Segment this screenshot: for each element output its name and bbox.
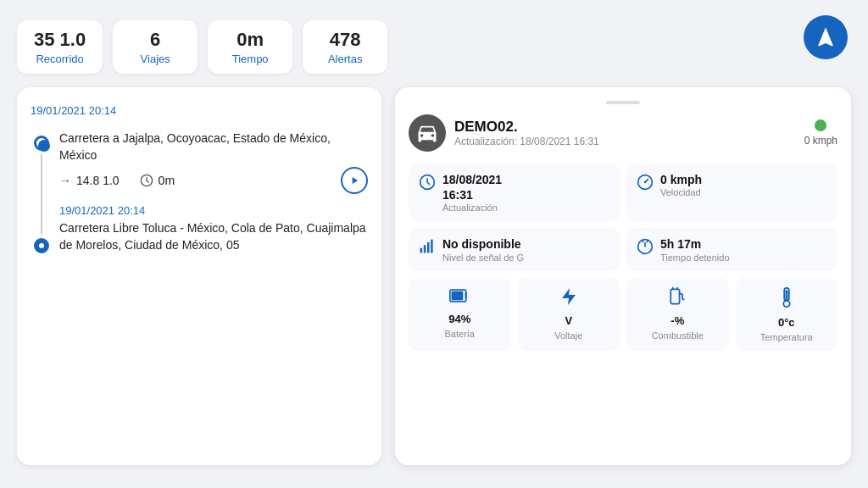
actualizacion-content: 18/08/202116:31 Actualización (442, 172, 502, 213)
vehicle-header: DEMO02. Actualización: 18/08/2021 16:31 … (409, 114, 837, 152)
trip-time-value: 0m (159, 174, 175, 187)
navigation-icon (814, 25, 837, 49)
bottom-stats-grid: 94% Batería V Voltaje (409, 278, 837, 351)
arrow-icon: → (59, 174, 71, 187)
stat-label-tiempo: Tiempo (232, 53, 269, 65)
svg-rect-6 (427, 242, 430, 253)
trip-timeline: Carretera a Jajalpa, Ocoyoacac, Estado d… (34, 130, 368, 253)
timer-icon (637, 238, 654, 259)
info-grid: 18/08/202116:31 Actualización 0 kmph Vel… (409, 164, 837, 271)
dot-end-inner (39, 243, 44, 248)
voltage-value: V (565, 314, 572, 327)
clock-icon (419, 174, 436, 195)
battery-label: Batería (445, 329, 475, 339)
fuel-value: -% (670, 314, 684, 327)
info-card-actualizacion: 18/08/202116:31 Actualización (409, 164, 620, 221)
bottom-stat-voltage: V Voltaje (518, 278, 620, 351)
stat-value-alertas: 478 (330, 29, 361, 51)
play-icon (348, 175, 360, 186)
timeline-line (41, 154, 42, 235)
signal-value: No disponible (442, 236, 524, 252)
svg-rect-9 (452, 291, 464, 299)
timeline-track (34, 130, 49, 253)
dot-end (34, 238, 49, 253)
stat-card-tiempo: 0m Tiempo (208, 20, 292, 74)
tiempo-detenido-label: Tiempo detenido (660, 252, 730, 263)
tiempo-detenido-content: 5h 17m Tiempo detenido (660, 236, 730, 262)
dot-start-inner (38, 140, 50, 152)
vehicle-update: Actualización: 18/08/2021 16:31 (454, 136, 599, 147)
time-icon (140, 174, 153, 187)
trip-location-end: Carretera Libre Toluca - México, Cola de… (59, 220, 368, 253)
stat-card-alertas: 478 Alertas (303, 20, 387, 74)
navigation-button[interactable] (804, 15, 848, 59)
temperature-label: Temperatura (760, 332, 813, 342)
trip-date-2: 19/01/2021 20:14 (59, 204, 368, 217)
signal-label: Nivel de señal de G (442, 252, 524, 263)
trip-play-button[interactable] (341, 167, 368, 194)
svg-rect-7 (431, 240, 433, 253)
stat-card-viajes: 6 Viajes (113, 20, 198, 74)
vehicle-status-area: 0 kmph (804, 119, 837, 147)
speedometer-icon (637, 174, 654, 195)
velocidad-content: 0 kmph Velocidad (660, 172, 702, 197)
bolt-icon (560, 286, 577, 311)
actualizacion-value: 18/08/202116:31 (442, 172, 502, 202)
vehicle-panel: DEMO02. Actualización: 18/08/2021 16:31 … (395, 87, 851, 465)
stat-label-alertas: Alertas (328, 53, 362, 65)
trip-details-col: Carretera a Jajalpa, Ocoyoacac, Estado d… (59, 130, 368, 253)
signal-content: No disponible Nivel de señal de G (442, 236, 524, 262)
vehicle-info: DEMO02. Actualización: 18/08/2021 16:31 (454, 119, 599, 147)
bottom-stat-fuel: -% Combustible (626, 278, 729, 351)
trip-distance-value: 14.8 1.0 (76, 174, 120, 187)
signal-icon (419, 238, 436, 259)
trips-panel: 19/01/2021 20:14 Carretera a Jajalpa, Oc… (17, 87, 381, 465)
dot-start (34, 136, 49, 151)
tiempo-detenido-value: 5h 17m (660, 236, 730, 252)
stats-bar: 35 1.0 Recorrido 6 Viajes 0m Tiempo 478 … (17, 20, 851, 74)
stat-value-recorrido: 35 1.0 (34, 29, 86, 51)
trip-stats-row: → 14.8 1.0 0m (59, 167, 368, 194)
trip-time-stat: 0m (140, 174, 175, 187)
vehicle-avatar (409, 114, 446, 152)
info-card-velocidad: 0 kmph Velocidad (626, 164, 837, 221)
bottom-stat-temperature: 0°c Temperatura (736, 278, 838, 351)
fuel-icon (668, 286, 687, 311)
svg-rect-5 (424, 246, 426, 253)
voltage-label: Voltaje (554, 330, 582, 341)
stat-value-tiempo: 0m (236, 29, 264, 51)
stat-label-viajes: Viajes (141, 53, 170, 65)
battery-icon (449, 286, 470, 309)
svg-point-3 (644, 181, 647, 184)
stat-value-viajes: 6 (150, 29, 160, 51)
vehicle-speed-header: 0 kmph (804, 135, 837, 147)
fuel-label: Combustible (652, 330, 704, 341)
actualizacion-label: Actualización (442, 202, 502, 213)
velocidad-value: 0 kmph (660, 172, 702, 187)
velocidad-label: Velocidad (660, 187, 702, 197)
main-container: 35 1.0 Recorrido 6 Viajes 0m Tiempo 478 … (0, 0, 868, 488)
trip-entry-1: 19/01/2021 20:14 (31, 104, 368, 117)
stat-card-recorrido: 35 1.0 Recorrido (17, 20, 103, 74)
temperature-value: 0°c (778, 316, 795, 329)
svg-rect-4 (420, 248, 423, 253)
car-icon (415, 121, 439, 145)
thermometer-icon (780, 286, 793, 313)
svg-rect-10 (671, 289, 680, 303)
trip-location-start: Carretera a Jajalpa, Ocoyoacac, Estado d… (59, 130, 368, 164)
trip-date-1: 19/01/2021 20:14 (31, 104, 368, 117)
info-card-tiempo-detenido: 5h 17m Tiempo detenido (626, 228, 837, 270)
info-card-signal: No disponible Nivel de señal de G (409, 228, 620, 270)
stat-label-recorrido: Recorrido (36, 53, 83, 65)
bottom-stat-battery: 94% Batería (409, 278, 511, 351)
vehicle-name: DEMO02. (454, 119, 599, 136)
status-dot-active (815, 119, 826, 131)
panel-handle (606, 101, 640, 104)
trip-distance: → 14.8 1.0 (59, 174, 120, 187)
battery-value: 94% (448, 313, 470, 325)
content-area: 19/01/2021 20:14 Carretera a Jajalpa, Oc… (17, 87, 851, 465)
